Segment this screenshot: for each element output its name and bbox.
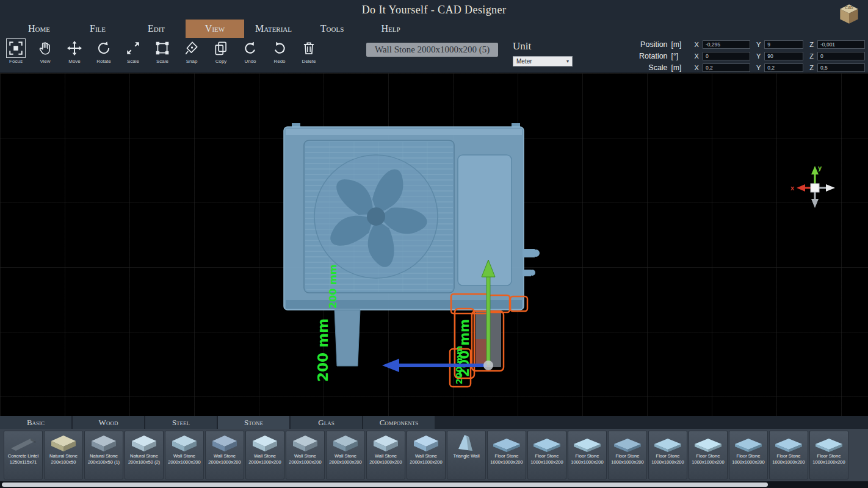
palette-item[interactable]: Natural Stone 200x100x50 (1) (84, 431, 123, 479)
tool-button-copy[interactable]: Copy (209, 40, 233, 64)
palette-item[interactable]: Floor Stone 1000x1000x200 (769, 431, 808, 479)
tab-components[interactable]: Components (363, 416, 435, 429)
transform-input-x[interactable] (703, 40, 750, 49)
palette-item[interactable]: Natural Stone 200x100x50 (2) (125, 431, 164, 479)
menu-item-help[interactable]: Help (361, 20, 420, 38)
scene-canvas: 200 mm 200 mm 200 mm 200 mm (0, 73, 868, 416)
tab-label: Basic (27, 418, 45, 428)
transform-row-unit: [°] (671, 52, 689, 60)
menu-item-label: Home (28, 23, 50, 34)
palette-item[interactable]: Wall Stone 2000x1000x200 (366, 431, 405, 479)
material-thumbnail-icon (693, 434, 723, 453)
material-thumbnail-icon (371, 434, 400, 453)
palette-item[interactable]: Floor Stone 1000x1000x200 (729, 431, 768, 479)
tool-button-focus[interactable]: Focus (4, 40, 28, 64)
menu-item-label: File (90, 23, 106, 34)
ac-unit-model[interactable] (284, 123, 540, 310)
svg-text:CAD: CAD (845, 5, 853, 10)
tool-button-redo[interactable]: Redo (267, 40, 292, 64)
transform-row-label: Scale (632, 63, 668, 72)
tab-label: Components (380, 418, 419, 428)
focus-icon (8, 40, 24, 56)
tool-button-snap[interactable]: Snap (179, 40, 204, 64)
palette-item[interactable]: Floor Stone 1000x1000x200 (809, 431, 848, 479)
palette-item-name: Floor Stone (576, 453, 599, 459)
scrollbar-thumb[interactable] (2, 483, 768, 487)
tool-button-rotate[interactable]: Rotate (92, 40, 116, 64)
support-leg[interactable] (335, 310, 360, 366)
palette-item[interactable]: Wall Stone 2000x1000x200 (286, 431, 325, 479)
gizmo-x-label: x (790, 184, 795, 192)
palette-item[interactable]: Triangle Wall (447, 431, 486, 479)
tool-button-label: Move (68, 59, 81, 64)
menu-item-label: Help (381, 23, 400, 34)
axis-y-label: Y (756, 41, 761, 48)
palette-item[interactable]: Natural Stone 200x100x50 (44, 431, 83, 479)
palette-item[interactable]: Floor Stone 1000x1000x200 (689, 431, 728, 479)
tab-wood[interactable]: Wood (73, 416, 144, 429)
menu-item-material[interactable]: Material (244, 20, 303, 38)
tool-button-scale-box[interactable]: Scale (150, 40, 175, 64)
tool-button-label: Redo (273, 59, 285, 64)
tool-button-trash[interactable]: Delete (297, 40, 321, 64)
palette-item[interactable]: Wall Stone 2000x1000x200 (165, 431, 204, 479)
transform-input-x[interactable] (703, 63, 750, 72)
palette-item-name: Floor Stone (656, 453, 680, 459)
material-thumbnail-icon (291, 434, 320, 453)
tool-button-scale-arrows[interactable]: Scale (121, 40, 145, 64)
palette-item[interactable]: Floor Stone 1000x1000x200 (608, 431, 647, 479)
menu-item-label: Tools (320, 23, 344, 34)
palette-item[interactable]: Floor Stone 1000x1000x200 (648, 431, 687, 479)
menu-item-file[interactable]: File (68, 20, 127, 38)
tab-basic[interactable]: Basic (0, 416, 71, 429)
transform-row-label: Rotation (632, 52, 668, 60)
palette-item[interactable]: Floor Stone 1000x1000x200 (487, 431, 526, 479)
axis-x-label: X (695, 41, 699, 48)
tool-button-move[interactable]: Move (62, 40, 87, 64)
tab-glas[interactable]: Glas (291, 416, 362, 429)
transform-input-y[interactable] (764, 52, 803, 60)
axis-z-label: Z (809, 64, 814, 71)
palette-item-size: 1000x1000x200 (812, 459, 845, 465)
palette-item-name: Natural Stone (130, 453, 158, 459)
menu-item-edit[interactable]: Edit (127, 20, 186, 38)
menu-item-view[interactable]: View (186, 20, 244, 38)
transform-panel: Position [m] X Y Z Rotation [°] X Y Z Sc… (632, 40, 865, 73)
palette-item[interactable]: Floor Stone 1000x1000x200 (527, 431, 566, 479)
transform-input-z[interactable] (817, 63, 865, 72)
menu-item-tools[interactable]: Tools (303, 20, 361, 38)
axis-y-label: Y (756, 52, 761, 60)
tool-button-undo[interactable]: Undo (238, 40, 262, 64)
transform-input-y[interactable] (764, 63, 803, 72)
tool-button-hand[interactable]: View (33, 40, 57, 64)
orientation-gizmo[interactable]: y x (790, 163, 839, 212)
viewport-canvas[interactable]: 200 mm 200 mm 200 mm 200 mm (0, 73, 868, 416)
horizontal-scrollbar[interactable] (0, 481, 868, 488)
axis-x-label: X (695, 64, 699, 71)
palette-item-size: 1000x1000x200 (611, 459, 643, 465)
material-thumbnail-icon (734, 434, 763, 453)
palette-item[interactable]: Floor Stone 1000x1000x200 (568, 431, 607, 479)
menu-item-home[interactable]: Home (10, 20, 68, 38)
tab-steel[interactable]: Steel (145, 416, 217, 429)
transform-input-y[interactable] (764, 40, 803, 49)
menu-item-label: Material (255, 23, 292, 34)
palette-item[interactable]: Wall Stone 2000x1000x200 (245, 431, 284, 479)
transform-input-x[interactable] (703, 52, 750, 60)
palette-item[interactable]: Wall Stone 2000x1000x200 (407, 431, 446, 479)
transform-row-unit: [m] (671, 63, 689, 72)
palette-item[interactable]: Wall Stone 2000x1000x200 (326, 431, 365, 479)
tab-stone[interactable]: Stone (218, 416, 289, 429)
tool-button-label: Rotate (96, 59, 111, 64)
transform-input-z[interactable] (817, 52, 865, 60)
palette-item[interactable]: Concrete Lintel 1250x115x71 (4, 431, 43, 479)
palette-item-name: Floor Stone (616, 453, 640, 459)
palette-item-name: Concrete Lintel (8, 453, 38, 459)
unit-select[interactable]: Meter ▾ (513, 56, 573, 66)
material-thumbnail-icon (532, 434, 562, 453)
tab-label: Wood (99, 418, 118, 428)
palette-item[interactable]: Wall Stone 2000x1000x200 (205, 431, 244, 479)
app-logo-icon: CAD (836, 1, 862, 26)
origin-handle[interactable] (483, 361, 493, 370)
transform-input-z[interactable] (817, 40, 865, 49)
